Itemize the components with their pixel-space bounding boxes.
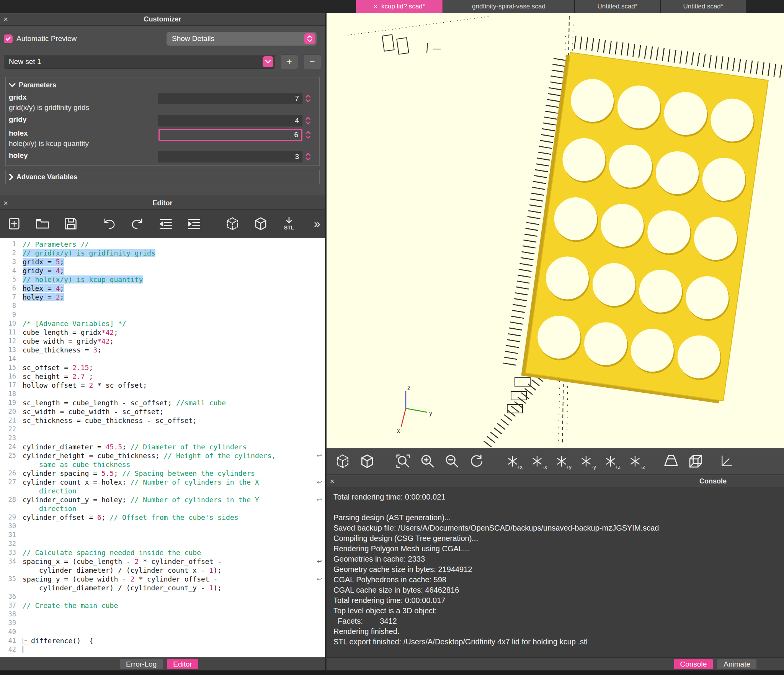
export-stl-button[interactable]: STL xyxy=(278,212,300,235)
3d-viewport[interactable]: z y x xyxy=(327,13,784,448)
code-line[interactable]: 13cube_thickness = 3; xyxy=(0,346,325,354)
param-gridx-spinbox[interactable]: 7 xyxy=(158,93,312,104)
tab-gridfinity-spiral-vase[interactable]: gridfinity-spiral-vase.scad xyxy=(443,0,574,13)
code-line[interactable]: 34spacing_x = (cube_length - 2 * cylinde… xyxy=(0,557,325,575)
preset-select[interactable]: New set 1 xyxy=(4,55,275,69)
tab-error-log[interactable]: Error-Log xyxy=(120,659,163,669)
code-line[interactable]: 9 xyxy=(0,310,325,319)
code-line[interactable]: 29cylinder_offset = 6; // Offset from th… xyxy=(0,513,325,522)
code-line[interactable]: 17hollow_offset = 2 * sc_offset; xyxy=(0,381,325,390)
code-line[interactable]: 35spacing_y = (cube_width - 2 * cylinder… xyxy=(0,575,325,592)
tab-untitled-1[interactable]: Untitled.scad* xyxy=(575,0,660,13)
remove-preset-button[interactable]: − xyxy=(303,54,321,69)
code-line[interactable]: 37// Create the main cube xyxy=(0,601,325,610)
tab-animate[interactable]: Animate xyxy=(717,659,756,669)
code-editor[interactable]: 1// Parameters //2// grid(x/y) is gridfi… xyxy=(0,238,325,658)
view-minus-x-button[interactable]: -x xyxy=(526,450,549,472)
code-line[interactable]: 11cube_length = gridx*42; xyxy=(0,328,325,337)
code-line[interactable]: 31 xyxy=(0,531,325,539)
param-holey-spinbox[interactable]: 3 xyxy=(158,151,312,162)
code-line[interactable]: 14 xyxy=(0,354,325,363)
render-button[interactable] xyxy=(250,212,272,235)
code-line[interactable]: 5// hole(x/y) is kcup quantity xyxy=(0,275,325,284)
code-line[interactable]: 18 xyxy=(0,390,325,398)
code-line[interactable]: 26cylinder_spacing = 5.5; // Spacing bet… xyxy=(0,469,325,478)
tab-kcup-lid[interactable]: × kcup lid?.scad* xyxy=(356,0,443,13)
spin-up-icon[interactable] xyxy=(305,153,311,156)
toolbar-overflow-button[interactable]: » xyxy=(314,217,320,230)
code-line[interactable]: 24cylinder_diameter = 45.5; // Diameter … xyxy=(0,442,325,451)
code-line[interactable]: 25cylinder_height = cube_thickness; // H… xyxy=(0,451,325,469)
fold-icon[interactable]: − xyxy=(23,638,29,644)
spin-up-icon[interactable] xyxy=(305,117,311,120)
code-line[interactable]: 22 xyxy=(0,425,325,434)
reset-view-button[interactable] xyxy=(465,450,488,472)
add-preset-button[interactable]: + xyxy=(280,54,298,69)
tab-untitled-2[interactable]: Untitled.scad* xyxy=(661,0,746,13)
spin-up-icon[interactable] xyxy=(305,95,311,98)
code-line[interactable]: 8 xyxy=(0,301,325,310)
3d-model[interactable] xyxy=(521,52,768,404)
code-line[interactable]: 38 xyxy=(0,610,325,619)
code-line[interactable]: 4gridy = 4; xyxy=(0,266,325,275)
param-gridy-spinbox[interactable]: 4 xyxy=(158,115,312,126)
code-line[interactable]: 23 xyxy=(0,434,325,442)
redo-button[interactable] xyxy=(126,212,149,235)
zoom-all-button[interactable] xyxy=(392,450,415,472)
code-line[interactable]: 15sc_offset = 2.15; xyxy=(0,363,325,372)
preview-button[interactable] xyxy=(331,450,354,472)
spin-down-icon[interactable] xyxy=(305,157,311,161)
code-line[interactable]: 12cube_width = gridy*42; xyxy=(0,337,325,346)
render-button[interactable] xyxy=(356,450,379,472)
zoom-in-button[interactable] xyxy=(416,450,439,472)
spin-down-icon[interactable] xyxy=(305,121,311,125)
code-line[interactable]: 27cylinder_count_x = holex; // Number of… xyxy=(0,478,325,495)
spin-up-icon[interactable] xyxy=(305,131,311,134)
spin-down-icon[interactable] xyxy=(305,136,311,139)
code-line[interactable]: 16sc_height = 2.7 ; xyxy=(0,372,325,381)
perspective-view-button[interactable] xyxy=(660,450,683,472)
code-line[interactable]: 6holex = 4; xyxy=(0,284,325,293)
detail-level-select[interactable]: Show Details xyxy=(167,32,317,46)
preview-button[interactable] xyxy=(221,212,243,235)
indent-button[interactable] xyxy=(183,212,205,235)
view-plus-y-button[interactable]: +y xyxy=(550,450,573,472)
code-line[interactable]: 21sc_thickness = cube_thickness - sc_off… xyxy=(0,416,325,425)
close-icon[interactable]: × xyxy=(3,13,8,25)
code-line[interactable]: 32 xyxy=(0,539,325,548)
show-axes-button[interactable] xyxy=(720,450,733,472)
code-line[interactable]: 3gridx = 5; xyxy=(0,257,325,266)
new-file-button[interactable] xyxy=(3,212,25,235)
open-button[interactable] xyxy=(31,212,54,235)
tab-close-icon[interactable]: × xyxy=(374,3,378,11)
code-line[interactable]: 7holey = 2; xyxy=(0,293,325,301)
zoom-out-button[interactable] xyxy=(441,450,464,472)
chevron-down-icon[interactable] xyxy=(263,56,273,67)
view-minus-z-button[interactable]: -z xyxy=(624,450,647,472)
tab-editor[interactable]: Editor xyxy=(167,659,198,669)
spin-down-icon[interactable] xyxy=(305,99,311,102)
close-icon[interactable]: × xyxy=(330,475,335,487)
view-plus-z-button[interactable]: +z xyxy=(599,450,622,472)
console-log[interactable]: Total rendering time: 0:00:00.021Parsing… xyxy=(327,487,784,658)
code-line[interactable]: 2// grid(x/y) is gridfinity grids xyxy=(0,249,325,257)
param-holex-spinbox[interactable]: 6 xyxy=(158,129,312,141)
code-line[interactable]: 39 xyxy=(0,619,325,627)
orthogonal-view-button[interactable] xyxy=(684,450,707,472)
automatic-preview-checkbox[interactable] xyxy=(4,34,13,43)
save-button[interactable] xyxy=(60,212,82,235)
unindent-button[interactable] xyxy=(155,212,177,235)
view-minus-y-button[interactable]: -y xyxy=(575,450,598,472)
code-line[interactable]: 28cylinder_count_y = holey; // Number of… xyxy=(0,495,325,513)
code-line[interactable]: 36 xyxy=(0,592,325,601)
view-plus-x-button[interactable]: +x xyxy=(501,450,524,472)
code-line[interactable]: 42 xyxy=(0,645,325,654)
undo-button[interactable] xyxy=(98,212,120,235)
code-line[interactable]: 19sc_length = cube_length - sc_offset; /… xyxy=(0,398,325,407)
code-line[interactable]: 30 xyxy=(0,522,325,531)
close-icon[interactable]: × xyxy=(3,197,8,209)
code-line[interactable]: 40 xyxy=(0,627,325,636)
code-line[interactable]: 33// Calculate spacing needed inside the… xyxy=(0,548,325,557)
code-line[interactable]: 20sc_width = cube_width - sc_offset; xyxy=(0,407,325,416)
select-stepper-icon[interactable] xyxy=(304,33,315,44)
